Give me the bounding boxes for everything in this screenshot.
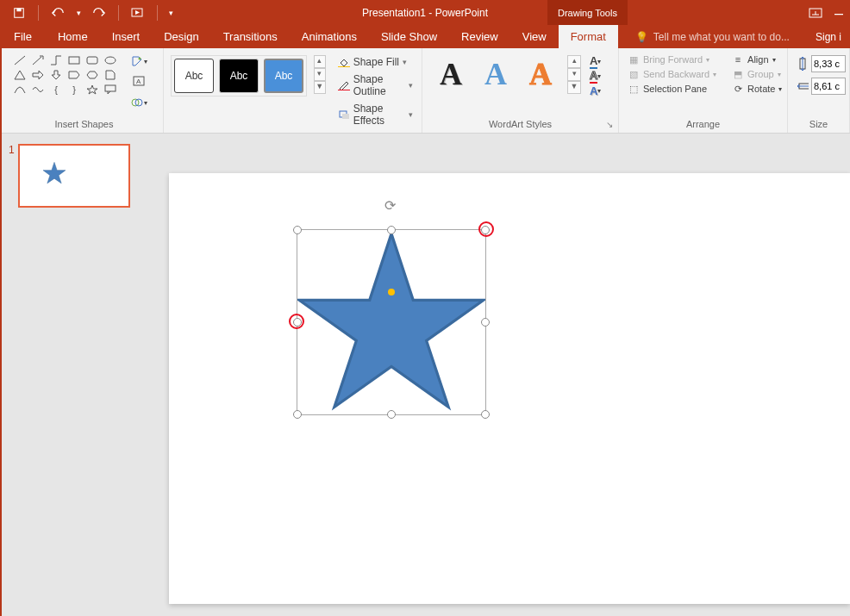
selection-pane-button[interactable]: ⬚Selection Pane bbox=[628, 83, 716, 95]
text-fill-button[interactable]: A▾ bbox=[590, 55, 610, 68]
shape-curve-icon[interactable] bbox=[12, 83, 28, 96]
shape-line-arrow-icon[interactable] bbox=[30, 53, 46, 66]
minimize-button[interactable]: – bbox=[834, 9, 843, 17]
slide-canvas-area[interactable]: ⟳ bbox=[148, 134, 850, 616]
wa-scroll-up-icon[interactable]: ▴ bbox=[567, 55, 581, 68]
shape-outline-button[interactable]: Shape Outline▾ bbox=[336, 72, 415, 98]
resize-handle-tl[interactable] bbox=[293, 226, 302, 234]
tab-format[interactable]: Format bbox=[559, 25, 618, 48]
group-button[interactable]: ⬒Group ▾ bbox=[732, 68, 782, 80]
shape-wave-icon[interactable] bbox=[30, 83, 46, 96]
shape-oval-icon[interactable] bbox=[103, 53, 118, 66]
wordart-dialog-launcher-icon[interactable]: ↘ bbox=[604, 120, 615, 130]
shape-line-icon[interactable] bbox=[12, 53, 28, 66]
send-backward-icon: ▧ bbox=[628, 68, 640, 80]
tab-insert[interactable]: Insert bbox=[100, 25, 153, 48]
svg-line-4 bbox=[15, 56, 25, 65]
scroll-down-icon[interactable]: ▾ bbox=[314, 68, 326, 81]
svg-line-5 bbox=[33, 57, 41, 65]
tab-transitions[interactable]: Transitions bbox=[211, 25, 290, 48]
shape-document-icon[interactable] bbox=[103, 68, 118, 81]
shape-adjustment-handle[interactable] bbox=[388, 289, 395, 296]
tab-review[interactable]: Review bbox=[449, 25, 510, 48]
wordart-style-2[interactable]: A bbox=[476, 55, 516, 93]
wa-scroll-more-icon[interactable]: ▼ bbox=[567, 81, 581, 94]
shape-selection-box[interactable]: ⟳ bbox=[297, 229, 486, 415]
slide-1[interactable]: ⟳ bbox=[169, 173, 850, 604]
tab-design[interactable]: Design bbox=[152, 25, 210, 48]
wa-scroll-down-icon[interactable]: ▾ bbox=[567, 68, 581, 81]
shape-height-input[interactable] bbox=[811, 55, 846, 72]
tab-animations[interactable]: Animations bbox=[290, 25, 369, 48]
style-swatch-3[interactable]: Abc bbox=[264, 59, 303, 93]
start-slideshow-button[interactable] bbox=[126, 3, 150, 23]
scroll-up-icon[interactable]: ▴ bbox=[314, 55, 326, 68]
bring-forward-button[interactable]: ▦Bring Forward ▾ bbox=[628, 53, 716, 65]
style-swatch-2[interactable]: Abc bbox=[219, 59, 259, 93]
shape-rounded-rect-icon[interactable] bbox=[84, 53, 100, 66]
tab-view[interactable]: View bbox=[510, 25, 559, 48]
shape-pentagon-arrow-icon[interactable] bbox=[66, 68, 82, 81]
shape-triangle-icon[interactable] bbox=[12, 68, 28, 81]
undo-dropdown[interactable]: ▾ bbox=[73, 3, 84, 23]
star-shape[interactable] bbox=[297, 230, 485, 414]
wordart-style-1[interactable]: A bbox=[431, 55, 471, 93]
style-gallery-scroll[interactable]: ▴ ▾ ▼ bbox=[314, 55, 326, 94]
shape-callout-icon[interactable] bbox=[103, 83, 118, 96]
rotation-handle-icon[interactable]: ⟳ bbox=[384, 197, 398, 211]
shape-down-arrow-icon[interactable] bbox=[48, 68, 64, 81]
shape-fill-button[interactable]: Shape Fill▾ bbox=[336, 55, 415, 69]
tab-file[interactable]: File bbox=[0, 25, 46, 48]
slide-thumbnails-panel[interactable]: 1 bbox=[2, 134, 148, 616]
style-swatch-1[interactable]: Abc bbox=[174, 59, 214, 93]
shape-right-arrow-icon[interactable] bbox=[30, 68, 46, 81]
shape-rectangle-icon[interactable] bbox=[66, 53, 82, 66]
pen-outline-icon bbox=[338, 79, 350, 91]
ribbon-display-icon[interactable] bbox=[809, 8, 822, 18]
align-button[interactable]: ≡Align ▾ bbox=[732, 53, 782, 65]
shape-style-gallery[interactable]: Abc Abc Abc bbox=[171, 55, 307, 96]
shape-width-input[interactable] bbox=[811, 78, 846, 95]
text-outline-button[interactable]: A▾ bbox=[590, 70, 610, 83]
slide-thumbnail-1[interactable] bbox=[18, 144, 130, 208]
tab-slideshow[interactable]: Slide Show bbox=[369, 25, 449, 48]
redo-button[interactable] bbox=[87, 3, 111, 23]
resize-handle-mr[interactable] bbox=[481, 318, 490, 327]
tell-me-search[interactable]: 💡 Tell me what you want to do... bbox=[635, 25, 791, 48]
annotation-red-circle-tr bbox=[478, 221, 494, 237]
wordart-style-3[interactable]: A bbox=[521, 55, 560, 93]
shapes-gallery[interactable]: { } bbox=[10, 52, 124, 97]
save-button[interactable] bbox=[7, 3, 31, 23]
send-backward-button[interactable]: ▧Send Backward ▾ bbox=[628, 68, 716, 80]
sign-in-link[interactable]: Sign i bbox=[807, 25, 850, 48]
scroll-more-icon[interactable]: ▼ bbox=[314, 81, 326, 94]
edit-shape-icon[interactable]: ▾ bbox=[129, 52, 148, 71]
text-effects-button[interactable]: A▾ bbox=[590, 84, 610, 97]
wordart-gallery[interactable]: A A A ▴ ▾ ▼ A▾ A▾ A▾ bbox=[428, 52, 614, 101]
rotate-button[interactable]: ⟳Rotate ▾ bbox=[732, 83, 782, 95]
resize-handle-bl[interactable] bbox=[293, 410, 302, 419]
svg-rect-16 bbox=[338, 90, 350, 90]
shape-star-icon[interactable] bbox=[84, 83, 100, 96]
shape-hexagon-arrow-icon[interactable] bbox=[84, 68, 100, 81]
shape-brace-left-icon[interactable]: { bbox=[48, 83, 64, 96]
undo-button[interactable] bbox=[46, 3, 70, 23]
window-controls: – bbox=[809, 8, 843, 18]
wordart-gallery-scroll[interactable]: ▴ ▾ ▼ bbox=[567, 55, 581, 94]
merge-shapes-icon[interactable]: ▾ bbox=[129, 93, 148, 112]
shape-brace-right-icon[interactable]: } bbox=[66, 83, 82, 96]
text-box-icon[interactable]: A bbox=[129, 72, 148, 91]
shape-effects-button[interactable]: Shape Effects▾ bbox=[336, 102, 415, 128]
work-area: 1 ⟳ bbox=[2, 134, 850, 616]
resize-handle-tm[interactable] bbox=[387, 226, 396, 234]
svg-rect-15 bbox=[338, 66, 350, 67]
slide-number-1: 1 bbox=[9, 144, 15, 156]
resize-handle-bm[interactable] bbox=[387, 410, 396, 419]
shape-connector-icon[interactable] bbox=[48, 53, 64, 66]
group-arrange: ▦Bring Forward ▾ ▧Send Backward ▾ ⬚Selec… bbox=[619, 48, 788, 133]
group-label-shapes: Insert Shapes bbox=[5, 117, 163, 133]
svg-rect-1 bbox=[16, 8, 21, 11]
qat-customize-dropdown[interactable]: ▾ bbox=[165, 3, 177, 23]
tab-home[interactable]: Home bbox=[46, 25, 100, 48]
resize-handle-br[interactable] bbox=[481, 410, 490, 419]
